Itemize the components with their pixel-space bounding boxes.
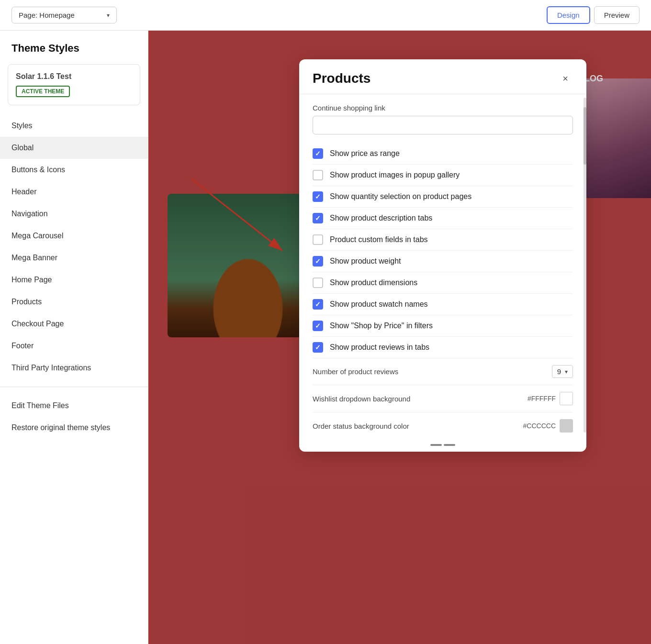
- settings-row-2: Order status background color#CCCCCC: [313, 412, 573, 438]
- settings-rows: Number of product reviews9▾Wishlist drop…: [313, 358, 573, 438]
- preview-area: SHOP ▾ BEAUTY BLOG FE Top products: [148, 31, 651, 644]
- checkbox-item: Show product dimensions: [313, 272, 573, 294]
- chevron-down-icon: ▾: [107, 12, 110, 19]
- sidebar-nav-item-global[interactable]: Global: [0, 137, 148, 159]
- sidebar-nav-item-styles[interactable]: Styles: [0, 115, 148, 137]
- checkbox-item: Product custom fields in tabs: [313, 229, 573, 251]
- settings-value: #FFFFFF: [528, 392, 573, 405]
- settings-label: Wishlist dropdown background: [313, 395, 410, 403]
- sidebar-nav-item-header[interactable]: Header: [0, 181, 148, 203]
- theme-card: Solar 1.1.6 Test ACTIVE THEME: [8, 64, 140, 105]
- checkmark-icon: ✓: [315, 150, 321, 157]
- modal-close-button[interactable]: ×: [558, 71, 573, 86]
- modal-overlay: Products × Continue shopping link ✓Show …: [148, 31, 651, 644]
- sidebar-nav-item-buttons-icons[interactable]: Buttons & Icons: [0, 159, 148, 181]
- modal-title: Products: [313, 71, 370, 86]
- top-bar: Page: Homepage ▾ Design Preview: [0, 0, 651, 31]
- checkbox-list: ✓Show price as rangeShow product images …: [313, 143, 573, 358]
- checkbox-9[interactable]: ✓: [313, 342, 323, 353]
- checkbox-label: Show product reviews in tabs: [330, 343, 429, 352]
- page-select[interactable]: Page: Homepage ▾: [11, 7, 117, 23]
- products-modal: Products × Continue shopping link ✓Show …: [299, 59, 586, 452]
- checkbox-label: Show "Shop by Price" in filters: [330, 322, 433, 330]
- scroll-indicator: [430, 444, 455, 446]
- checkmark-icon: ✓: [315, 257, 321, 265]
- checkbox-item: ✓Show product reviews in tabs: [313, 337, 573, 358]
- theme-name: Solar 1.1.6 Test: [16, 72, 132, 81]
- settings-row-0: Number of product reviews9▾: [313, 358, 573, 385]
- color-swatch[interactable]: [560, 392, 573, 405]
- checkbox-item: ✓Show product swatch names: [313, 294, 573, 315]
- modal-footer: [299, 438, 586, 452]
- checkmark-icon: ✓: [315, 193, 321, 200]
- modal-body: Continue shopping link ✓Show price as ra…: [299, 94, 586, 438]
- checkbox-label: Show quantity selection on product pages: [330, 192, 471, 201]
- checkbox-item: Show product images in popup gallery: [313, 165, 573, 186]
- checkbox-2[interactable]: ✓: [313, 191, 323, 202]
- checkbox-label: Show product images in popup gallery: [330, 171, 460, 179]
- main-layout: Theme Styles Solar 1.1.6 Test ACTIVE THE…: [0, 31, 651, 644]
- settings-value: #CCCCCC: [523, 419, 573, 433]
- scrollbar-thumb: [584, 107, 586, 165]
- settings-label: Order status background color: [313, 422, 409, 430]
- sidebar-nav-item-mega-banner[interactable]: Mega Banner: [0, 247, 148, 269]
- sidebar-nav-item-footer[interactable]: Footer: [0, 335, 148, 357]
- checkmark-icon: ✓: [315, 300, 321, 308]
- continue-shopping-input[interactable]: [313, 116, 573, 134]
- sidebar-nav-item-checkout-page[interactable]: Checkout Page: [0, 313, 148, 335]
- checkbox-5[interactable]: ✓: [313, 256, 323, 266]
- checkmark-icon: ✓: [315, 322, 321, 330]
- color-hex-value: #FFFFFF: [528, 395, 556, 402]
- checkbox-0[interactable]: ✓: [313, 148, 323, 159]
- settings-value: 9▾: [552, 365, 573, 378]
- sidebar-bottom-restore-original-theme-styles[interactable]: Restore original theme styles: [0, 417, 148, 439]
- modal-header: Products ×: [299, 59, 586, 94]
- checkbox-label: Show price as range: [330, 149, 400, 158]
- active-theme-badge: ACTIVE THEME: [16, 86, 70, 97]
- sidebar-nav-item-mega-carousel[interactable]: Mega Carousel: [0, 225, 148, 247]
- checkbox-item: ✓Show quantity selection on product page…: [313, 186, 573, 208]
- sidebar-bottom: Edit Theme FilesRestore original theme s…: [0, 395, 148, 439]
- sidebar-bottom-edit-theme-files[interactable]: Edit Theme Files: [0, 395, 148, 417]
- settings-label: Number of product reviews: [313, 367, 398, 376]
- checkbox-item: ✓Show product weight: [313, 251, 573, 272]
- sidebar-title: Theme Styles: [0, 42, 148, 64]
- sidebar-nav: StylesGlobalButtons & IconsHeaderNavigat…: [0, 115, 148, 379]
- design-button[interactable]: Design: [547, 6, 590, 24]
- checkbox-item: ✓Show "Shop by Price" in filters: [313, 315, 573, 337]
- sidebar-nav-item-products[interactable]: Products: [0, 291, 148, 313]
- checkbox-3[interactable]: ✓: [313, 213, 323, 223]
- checkbox-8[interactable]: ✓: [313, 321, 323, 331]
- chevron-down-icon: ▾: [565, 368, 568, 375]
- sidebar-nav-item-navigation[interactable]: Navigation: [0, 203, 148, 225]
- checkbox-label: Product custom fields in tabs: [330, 235, 428, 244]
- checkmark-icon: ✓: [315, 214, 321, 222]
- checkbox-item: ✓Show price as range: [313, 143, 573, 165]
- sidebar-divider: [0, 387, 148, 387]
- page-select-label: Page: Homepage: [19, 11, 103, 19]
- top-bar-actions: Design Preview: [547, 6, 640, 24]
- scroll-dot: [430, 444, 442, 446]
- continue-shopping-label: Continue shopping link: [313, 104, 573, 112]
- modal-scrollbar: [584, 98, 586, 433]
- checkbox-label: Show product swatch names: [330, 300, 428, 309]
- checkbox-label: Show product description tabs: [330, 214, 432, 222]
- checkmark-icon: ✓: [315, 344, 321, 351]
- checkbox-1[interactable]: [313, 170, 323, 180]
- sidebar-nav-item-home-page[interactable]: Home Page: [0, 269, 148, 291]
- checkbox-6[interactable]: [313, 278, 323, 288]
- checkbox-label: Show product weight: [330, 257, 401, 266]
- scroll-dot: [444, 444, 455, 446]
- settings-row-1: Wishlist dropdown background#FFFFFF: [313, 385, 573, 412]
- sidebar: Theme Styles Solar 1.1.6 Test ACTIVE THE…: [0, 31, 148, 644]
- preview-button[interactable]: Preview: [594, 6, 640, 24]
- checkbox-7[interactable]: ✓: [313, 299, 323, 310]
- sidebar-nav-item-third-party-integrations[interactable]: Third Party Integrations: [0, 357, 148, 379]
- color-swatch[interactable]: [560, 419, 573, 433]
- checkbox-4[interactable]: [313, 234, 323, 245]
- color-hex-value: #CCCCCC: [523, 422, 556, 430]
- checkbox-label: Show product dimensions: [330, 278, 417, 287]
- number-select-0[interactable]: 9▾: [552, 365, 573, 378]
- number-value: 9: [557, 367, 561, 376]
- checkbox-item: ✓Show product description tabs: [313, 208, 573, 229]
